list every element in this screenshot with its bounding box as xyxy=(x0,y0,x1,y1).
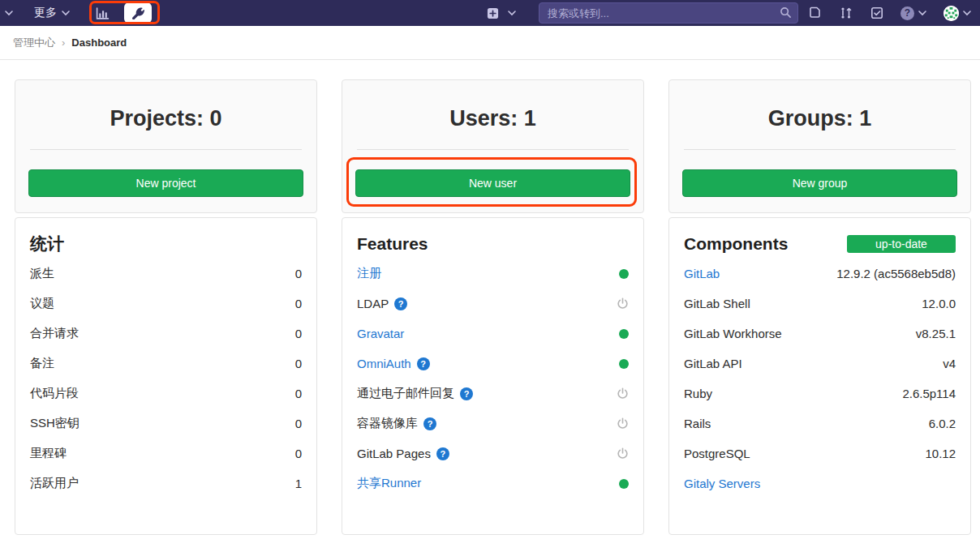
feature-row-gitlab-pages: GitLab Pages? xyxy=(357,438,629,468)
component-row-postgresql: PostgreSQL 10.12 xyxy=(684,438,956,468)
chevron-down-icon xyxy=(4,8,14,18)
breadcrumb: 管理中心 › Dashboard xyxy=(0,26,980,60)
todos-nav-button[interactable] xyxy=(870,6,884,20)
bar-chart-icon xyxy=(96,6,110,20)
gravatar-link[interactable]: Gravatar xyxy=(357,327,404,340)
stat-value: 0 xyxy=(295,417,302,430)
breadcrumb-current: Dashboard xyxy=(71,36,127,49)
stat-label: 派生 xyxy=(30,266,54,281)
new-project-button[interactable]: New project xyxy=(28,169,303,197)
stat-value: 0 xyxy=(295,357,302,370)
shared-runners-link[interactable]: 共享Runner xyxy=(357,476,421,491)
stat-row-forks: 派生 0 xyxy=(30,259,302,289)
more-dropdown[interactable]: 更多 xyxy=(19,6,77,20)
stat-label: 备注 xyxy=(30,356,54,371)
issues-nav-button[interactable] xyxy=(808,6,823,20)
status-enabled-icon xyxy=(619,359,629,369)
help-question-icon[interactable]: ? xyxy=(417,357,430,370)
new-menu-button[interactable] xyxy=(485,6,500,20)
component-version: 2.6.5p114 xyxy=(902,387,956,400)
help-question-icon[interactable]: ? xyxy=(423,417,436,430)
component-version: 12.0.0 xyxy=(922,297,956,310)
issues-icon xyxy=(809,6,822,19)
statistics-panel: 统计 派生 0 议题 0 合并请求 0 备注 0 代码片段 xyxy=(15,217,317,535)
up-to-date-badge: up-to-date xyxy=(847,235,956,253)
reply-by-email-label: 通过电子邮件回复 xyxy=(357,386,454,401)
projects-summary-card: Projects: 0 New project xyxy=(15,79,317,213)
status-enabled-icon xyxy=(619,479,629,489)
stat-value: 1 xyxy=(295,477,302,490)
plus-square-icon xyxy=(487,7,499,19)
feature-row-ldap: LDAP? xyxy=(357,289,629,319)
merge-requests-nav-button[interactable] xyxy=(839,6,853,20)
component-label: GitLab Shell xyxy=(684,297,750,310)
search-input[interactable] xyxy=(539,2,798,24)
components-panel: Components up-to-date GitLab 12.9.2 (ac5… xyxy=(668,217,971,535)
signup-link[interactable]: 注册 xyxy=(357,266,381,281)
admin-area-button[interactable] xyxy=(124,2,152,24)
component-version: 6.0.2 xyxy=(929,417,956,430)
collapsed-item-chevron[interactable] xyxy=(2,6,16,20)
avatar xyxy=(943,6,959,21)
component-row-gitaly-servers: Gitaly Servers xyxy=(684,468,956,498)
feature-row-shared-runners: 共享Runner xyxy=(357,468,629,498)
omniauth-link[interactable]: OmniAuth xyxy=(357,357,411,370)
stat-row-notes: 备注 0 xyxy=(30,349,302,379)
feature-row-omniauth: OmniAuth? xyxy=(357,349,629,379)
merge-request-icon xyxy=(840,6,853,19)
stat-label: 活跃用户 xyxy=(30,476,79,491)
more-label: 更多 xyxy=(34,6,57,20)
features-title: Features xyxy=(357,234,428,254)
stat-row-snippets: 代码片段 0 xyxy=(30,379,302,409)
gitlab-version-link[interactable]: GitLab xyxy=(684,267,720,280)
breadcrumb-admin-link[interactable]: 管理中心 xyxy=(13,36,55,50)
component-label: PostgreSQL xyxy=(684,447,750,460)
component-row-rails: Rails 6.0.2 xyxy=(684,409,956,438)
chevron-down-icon xyxy=(962,8,972,18)
component-version: v4 xyxy=(943,357,956,370)
status-disabled-icon xyxy=(617,387,629,400)
component-row-ruby: Ruby 2.6.5p114 xyxy=(684,379,956,409)
dashboard-content: Projects: 0 New project Users: 1 New use… xyxy=(15,79,969,535)
component-row-gitlab: GitLab 12.9.2 (ac5568eb5d8) xyxy=(684,259,956,289)
navbar-left: 更多 xyxy=(0,2,152,24)
gitaly-servers-link[interactable]: Gitaly Servers xyxy=(684,477,760,490)
projects-count-title: Projects: 0 xyxy=(28,106,303,131)
identicon-avatar-image xyxy=(943,6,959,21)
help-menu[interactable]: ? xyxy=(900,6,927,20)
help-question-icon[interactable]: ? xyxy=(460,387,473,400)
feature-row-signup: 注册 xyxy=(357,259,629,289)
component-label: Ruby xyxy=(684,387,712,400)
stat-row-merge-requests: 合并请求 0 xyxy=(30,319,302,349)
chevron-down-icon xyxy=(507,8,517,18)
features-panel: Features 注册 LDAP? Gravatar xyxy=(342,217,644,535)
stat-row-issues: 议题 0 xyxy=(30,289,302,319)
status-enabled-icon xyxy=(619,329,629,339)
new-user-button[interactable]: New user xyxy=(355,169,630,197)
component-row-gitlab-api: GitLab API v4 xyxy=(684,349,956,379)
gitlab-pages-label: GitLab Pages xyxy=(357,447,431,460)
feature-row-reply-by-email: 通过电子邮件回复? xyxy=(357,379,629,409)
new-menu-chevron[interactable] xyxy=(505,6,519,20)
statistics-title: 统计 xyxy=(30,233,64,255)
breadcrumb-separator: › xyxy=(62,36,65,49)
component-row-gitlab-shell: GitLab Shell 12.0.0 xyxy=(684,289,956,319)
status-disabled-icon xyxy=(617,417,629,430)
user-menu[interactable] xyxy=(943,6,972,21)
component-version: 10.12 xyxy=(925,447,956,460)
stat-label: 议题 xyxy=(30,296,54,311)
container-registry-label: 容器镜像库 xyxy=(357,416,418,431)
help-question-icon[interactable]: ? xyxy=(436,447,449,460)
help-question-icon[interactable]: ? xyxy=(394,297,407,310)
component-version: v8.25.1 xyxy=(916,327,956,340)
new-group-button[interactable]: New group xyxy=(682,169,957,197)
groups-summary-card: Groups: 1 New group xyxy=(668,79,971,213)
stat-row-ssh-keys: SSH密钥 0 xyxy=(30,409,302,438)
ldap-label: LDAP xyxy=(357,297,389,310)
search-icon xyxy=(780,6,792,19)
status-disabled-icon xyxy=(617,447,629,460)
analytics-nav-button[interactable] xyxy=(95,6,110,20)
component-label: GitLab API xyxy=(684,357,742,370)
components-title: Components xyxy=(684,234,788,254)
chevron-down-icon xyxy=(61,8,71,18)
